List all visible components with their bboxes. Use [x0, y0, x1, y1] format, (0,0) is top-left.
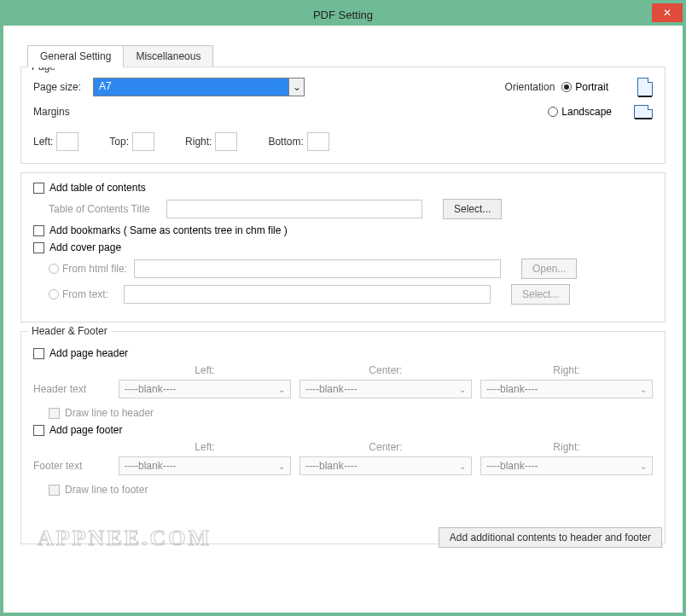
chevron-down-icon: ⌄ — [278, 385, 285, 394]
hf-col-center: Center: — [299, 441, 472, 453]
chevron-down-icon: ⌄ — [288, 78, 304, 96]
close-icon: ✕ — [663, 7, 671, 19]
header-text-label: Header text — [33, 383, 110, 395]
chevron-down-icon: ⌄ — [459, 462, 466, 471]
chevron-down-icon: ⌄ — [640, 462, 647, 471]
group-hf-legend: Header & Footer — [28, 325, 111, 337]
chevron-down-icon: ⌄ — [459, 385, 466, 394]
radio-from-html: From html file: — [49, 263, 127, 275]
content: General Setting Miscellaneous Page Page … — [3, 26, 683, 567]
check-draw-header-line-label: Draw line to header — [65, 407, 154, 419]
header-text-row: Header text ----blank----⌄ ----blank----… — [33, 380, 653, 398]
chevron-down-icon: ⌄ — [640, 385, 647, 394]
checkbox-icon — [33, 183, 44, 194]
footer-right-select: ----blank----⌄ — [480, 456, 653, 475]
margin-right-input[interactable] — [215, 132, 237, 151]
checkbox-icon — [33, 242, 44, 253]
radio-landscape[interactable]: Landscape — [548, 106, 612, 118]
check-add-header[interactable]: Add page header — [33, 347, 128, 359]
tab-bar: General Setting Miscellaneous — [27, 44, 666, 67]
hf-col-center: Center: — [299, 364, 472, 376]
checkbox-icon — [49, 408, 60, 419]
hf-col-right: Right: — [480, 364, 653, 376]
check-add-footer[interactable]: Add page footer — [33, 424, 122, 436]
orientation-label: Orientation — [505, 81, 555, 93]
additional-hf-button[interactable]: Add additional contents to header and fo… — [439, 527, 662, 548]
toc-select-button[interactable]: Select... — [443, 199, 502, 219]
check-add-toc[interactable]: Add table of contents — [33, 182, 146, 194]
titlebar: PDF Setting ✕ — [3, 3, 683, 26]
radio-dot-icon — [49, 289, 59, 299]
checkbox-icon — [33, 225, 44, 236]
hf-col-left: Left: — [119, 441, 291, 453]
margin-left-input[interactable] — [56, 132, 78, 151]
footer-text-label: Footer text — [33, 460, 110, 472]
group-header-footer: Header & Footer Add page header Left: Ce… — [20, 331, 666, 544]
check-draw-footer-line: Draw line to footer — [49, 484, 148, 496]
page-size-value: A7 — [94, 78, 288, 96]
radio-from-text: From text: — [49, 288, 108, 300]
check-add-cover[interactable]: Add cover page — [33, 241, 121, 253]
margin-top-label: Top: — [109, 136, 129, 148]
radio-dot-icon — [49, 264, 59, 274]
tab-general[interactable]: General Setting — [27, 45, 124, 67]
landscape-page-icon — [634, 105, 653, 119]
check-add-cover-label: Add cover page — [49, 241, 121, 253]
header-right-select: ----blank----⌄ — [480, 380, 653, 398]
radio-dot-icon — [561, 82, 572, 92]
cover-open-button: Open... — [521, 259, 577, 279]
header-center-select: ----blank----⌄ — [299, 380, 472, 398]
check-add-header-label: Add page header — [49, 347, 128, 359]
page-size-combo[interactable]: A7 ⌄ — [93, 78, 305, 96]
check-add-toc-label: Add table of contents — [49, 182, 146, 194]
footer-center-select: ----blank----⌄ — [299, 456, 472, 475]
hf-col-right: Right: — [480, 441, 653, 453]
chevron-down-icon: ⌄ — [278, 462, 285, 471]
check-add-bookmarks-label: Add bookmarks ( Same as contents tree in… — [49, 224, 288, 236]
radio-landscape-label: Landscape — [561, 106, 612, 118]
close-button[interactable]: ✕ — [652, 3, 683, 22]
check-add-bookmarks[interactable]: Add bookmarks ( Same as contents tree in… — [33, 224, 288, 236]
check-draw-header-line: Draw line to header — [49, 407, 154, 419]
checkbox-icon — [33, 348, 44, 359]
toc-title-label: Table of Contents Title — [49, 203, 160, 215]
window-title: PDF Setting — [313, 9, 373, 21]
radio-portrait-label: Portrait — [575, 81, 608, 93]
margin-left-label: Left: — [33, 136, 53, 148]
watermark: APPNEE.COM — [38, 526, 212, 551]
check-draw-footer-line-label: Draw line to footer — [65, 484, 148, 496]
footer-text-row: Footer text ----blank----⌄ ----blank----… — [33, 456, 653, 475]
checkbox-icon — [33, 425, 44, 436]
group-toc: Add table of contents Table of Contents … — [20, 172, 666, 323]
radio-dot-icon — [548, 107, 558, 117]
cover-text-input — [124, 285, 491, 304]
window: PDF Setting ✕ General Setting Miscellane… — [0, 0, 686, 616]
group-page: Page Page size: A7 ⌄ Orientation Portrai… — [20, 67, 666, 164]
cover-select-button: Select... — [511, 284, 570, 305]
header-left-select: ----blank----⌄ — [119, 380, 291, 398]
check-add-footer-label: Add page footer — [49, 424, 122, 436]
portrait-page-icon — [637, 78, 653, 96]
hf-footer-cols: Left: Center: Right: — [119, 441, 653, 453]
margins-row: Left: Top: Right: Bottom: — [33, 132, 653, 151]
radio-from-text-label: From text: — [62, 288, 108, 300]
margin-right-label: Right: — [185, 136, 212, 148]
margin-bottom-input[interactable] — [307, 132, 329, 151]
hf-col-left: Left: — [119, 364, 291, 376]
radio-portrait[interactable]: Portrait — [561, 81, 608, 93]
radio-from-html-label: From html file: — [62, 263, 127, 275]
footer-left-select: ----blank----⌄ — [119, 456, 291, 475]
cover-html-input — [134, 259, 501, 278]
page-size-label: Page size: — [33, 81, 86, 93]
margin-bottom-label: Bottom: — [268, 136, 303, 148]
toc-title-input[interactable] — [166, 200, 422, 218]
margin-top-input[interactable] — [132, 132, 154, 151]
margins-label: Margins — [33, 106, 86, 118]
checkbox-icon — [49, 485, 60, 496]
hf-header-cols: Left: Center: Right: — [119, 364, 653, 376]
tab-misc[interactable]: Miscellaneous — [123, 45, 213, 67]
